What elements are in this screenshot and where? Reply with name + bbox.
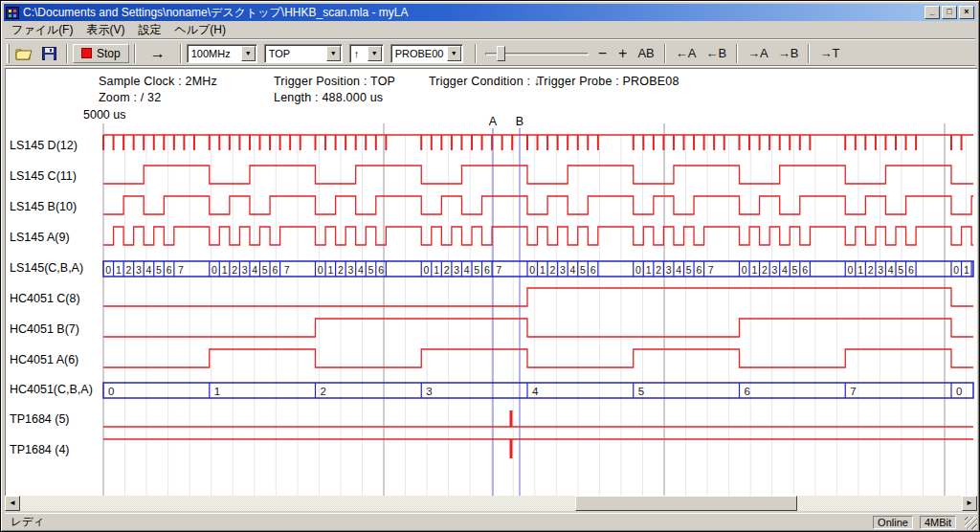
svg-text:6: 6: [696, 264, 702, 276]
svg-text:4: 4: [676, 264, 681, 276]
svg-text:3: 3: [348, 264, 354, 276]
channel-label-7: HC4051 A(6): [10, 353, 78, 366]
resize-grip[interactable]: [963, 515, 977, 530]
memory-status-badge: 4MBit: [920, 516, 956, 529]
scroll-right-button[interactable]: ►: [962, 496, 977, 511]
svg-text:4: 4: [146, 264, 152, 276]
svg-text:5: 5: [898, 264, 903, 276]
svg-text:7: 7: [850, 386, 856, 397]
waveform-channel-6: [103, 319, 973, 337]
svg-text:6: 6: [802, 264, 808, 276]
svg-text:3: 3: [772, 264, 778, 276]
waveform-channel-3: [103, 227, 973, 245]
svg-text:6: 6: [378, 264, 384, 276]
svg-text:2: 2: [762, 264, 768, 276]
svg-text:0: 0: [424, 264, 430, 276]
svg-text:6: 6: [167, 264, 172, 276]
svg-text:5: 5: [686, 264, 692, 276]
svg-text:4: 4: [888, 264, 894, 276]
svg-text:1: 1: [646, 264, 652, 276]
svg-text:1: 1: [222, 264, 228, 276]
svg-text:0: 0: [105, 264, 111, 276]
waveform-channel-0: [103, 135, 973, 150]
svg-text:1: 1: [214, 386, 220, 397]
svg-text:0: 0: [529, 264, 535, 276]
svg-text:4: 4: [464, 264, 470, 276]
waveform-channel-7: [103, 349, 973, 367]
svg-text:1: 1: [964, 264, 969, 276]
online-status-badge: Online: [873, 516, 913, 529]
horizontal-scrollbar[interactable]: ◄ ►: [5, 496, 977, 511]
svg-text:3: 3: [878, 264, 883, 276]
svg-text:7: 7: [178, 264, 184, 276]
svg-text:4: 4: [358, 264, 364, 276]
svg-text:4: 4: [570, 264, 576, 276]
svg-text:2: 2: [549, 264, 555, 276]
svg-text:1: 1: [434, 264, 439, 276]
svg-text:6: 6: [745, 386, 750, 397]
svg-text:5: 5: [638, 386, 644, 397]
svg-text:4: 4: [532, 386, 539, 397]
svg-text:3: 3: [426, 386, 432, 397]
channel-label-2: LS145 B(10): [10, 200, 77, 213]
svg-text:2: 2: [338, 264, 344, 276]
waveform-plot: 0123456701234567012345601234567012345601…: [1, 1, 980, 532]
scrollbar-thumb[interactable]: [575, 496, 797, 511]
svg-text:5: 5: [474, 264, 479, 276]
status-bar: レディ Online 4MBit: [5, 513, 977, 530]
svg-text:4: 4: [252, 264, 257, 276]
svg-text:0: 0: [953, 264, 959, 276]
svg-text:2: 2: [125, 264, 131, 276]
svg-text:6: 6: [272, 264, 278, 276]
svg-text:0: 0: [318, 264, 323, 276]
svg-text:5: 5: [792, 264, 798, 276]
waveform-channel-4: 0123456701234567012345601234567012345601…: [103, 261, 973, 277]
svg-text:1: 1: [751, 264, 757, 276]
svg-text:5: 5: [262, 264, 268, 276]
svg-text:0: 0: [212, 264, 217, 276]
waveform-channel-2: [103, 196, 973, 214]
svg-text:0: 0: [956, 386, 962, 397]
svg-text:5: 5: [580, 264, 586, 276]
svg-text:7: 7: [284, 264, 290, 276]
channel-label-10: TP1684 (4): [10, 443, 70, 456]
svg-text:3: 3: [136, 264, 142, 276]
cursor-lines[interactable]: [493, 128, 520, 496]
status-message: レディ: [5, 515, 873, 529]
waveform-channel-5: [103, 288, 973, 306]
svg-text:1: 1: [116, 264, 122, 276]
channel-label-9: TP1684 (5): [10, 412, 70, 426]
app-window: C:\Documents and Settings\noname\デスクトップ\…: [0, 0, 980, 532]
channel-label-6: HC4051 B(7): [10, 322, 79, 336]
svg-text:7: 7: [708, 264, 714, 276]
svg-text:5: 5: [368, 264, 374, 276]
svg-text:3: 3: [666, 264, 672, 276]
svg-text:6: 6: [484, 264, 490, 276]
svg-text:4: 4: [782, 264, 788, 276]
channel-label-1: LS145 C(11): [10, 169, 77, 183]
waveform-channel-10: [103, 439, 973, 458]
svg-text:3: 3: [560, 264, 566, 276]
svg-text:1: 1: [540, 264, 546, 276]
channel-label-5: HC4051 C(8): [10, 292, 80, 305]
svg-text:6: 6: [590, 264, 596, 276]
svg-text:2: 2: [656, 264, 661, 276]
channel-label-3: LS145 A(9): [10, 231, 70, 244]
svg-text:1: 1: [327, 264, 333, 276]
channel-label-0: LS145 D(12): [10, 139, 78, 152]
waveform-channel-1: [103, 166, 973, 184]
svg-text:5: 5: [156, 264, 162, 276]
svg-text:7: 7: [496, 264, 501, 276]
svg-text:0: 0: [848, 264, 854, 276]
channel-label-8: HC4051(C,B,A): [10, 383, 93, 396]
svg-text:3: 3: [454, 264, 459, 276]
svg-text:0: 0: [635, 264, 641, 276]
channel-label-4: LS145(C,B,A): [10, 261, 83, 275]
waveform-channel-8: 012345670: [103, 383, 973, 398]
scroll-left-button[interactable]: ◄: [5, 496, 20, 511]
svg-text:2: 2: [321, 386, 326, 397]
svg-text:3: 3: [242, 264, 248, 276]
svg-text:2: 2: [868, 264, 874, 276]
svg-text:0: 0: [108, 386, 114, 397]
waveform-channel-9: [103, 410, 973, 427]
